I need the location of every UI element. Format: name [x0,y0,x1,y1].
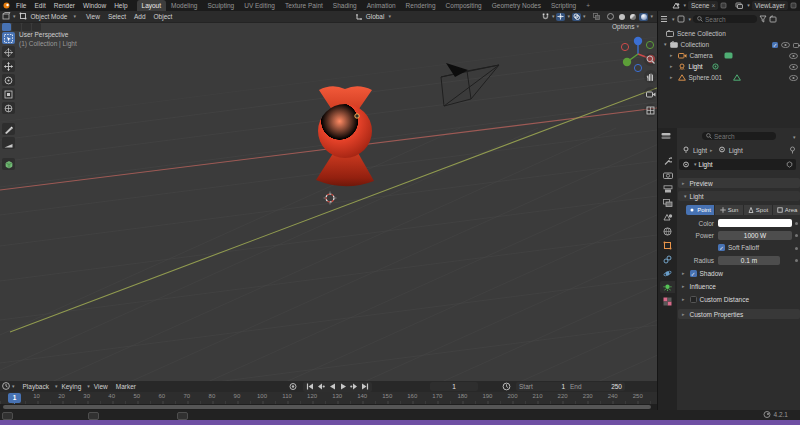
editor-divider[interactable] [657,11,658,410]
overlays-chevron-icon[interactable]: ▾ [583,14,586,19]
fake-user-icon[interactable] [786,161,793,169]
light-name-value[interactable]: Light [699,161,713,168]
play-button[interactable] [338,383,348,391]
light-id-selector[interactable]: ▾ Light [679,159,796,170]
tab-layout[interactable]: Layout [137,0,167,11]
mode-chevron-icon[interactable]: ▾ [73,14,76,19]
pan-hand-icon[interactable] [644,70,657,83]
properties-search-input[interactable]: Search [702,132,776,140]
menu-select[interactable]: Select [104,13,130,20]
jump-to-start-button[interactable] [305,383,315,391]
camera-data-icon[interactable] [724,52,733,59]
viewlayer-selector[interactable]: ViewLayer [752,1,788,10]
xray-toggle-icon[interactable] [592,13,601,21]
menu-file[interactable]: File [12,0,30,11]
prev-keyframe-button[interactable] [316,383,326,391]
zoom-icon[interactable] [644,53,657,66]
gizmo-y-axis[interactable] [623,58,631,66]
tab-render[interactable] [660,169,675,181]
tool-transform-icon[interactable] [2,102,15,114]
custom-distance-checkbox[interactable] [690,296,697,303]
transform-orientation-icon[interactable] [356,12,364,21]
menu-view-timeline[interactable]: View [90,383,112,390]
eye-icon[interactable] [789,75,798,81]
light-type-area-button[interactable]: Area [773,205,800,215]
tab-physics[interactable] [660,267,675,279]
outliner-row-camera[interactable]: ▸ Camera [658,50,800,61]
tab-animation[interactable]: Animation [362,0,401,11]
power-animate-dot[interactable] [795,234,798,237]
power-field[interactable]: 1000 W [718,231,792,240]
timeline-editor-type-icon[interactable] [2,382,10,391]
light-type-point-button[interactable]: Point [686,205,715,215]
select-mode-intersect-icon[interactable] [32,23,41,31]
menu-playback[interactable]: Playback [19,383,53,390]
color-swatch[interactable] [718,219,792,227]
editor-type-chevron-icon[interactable]: ▾ [13,14,16,19]
menu-help[interactable]: Help [110,0,131,11]
viewport-3d-canvas[interactable] [0,22,657,381]
menu-view[interactable]: View [82,13,104,20]
gizmo-x-neg-axis[interactable] [621,43,628,50]
preview-range-toggle-icon[interactable] [502,382,511,391]
select-mode-extend-icon[interactable] [12,23,21,31]
pin-id-icon[interactable] [789,146,796,155]
tab-geometry-nodes[interactable]: Geometry Nodes [487,0,546,11]
scene-selector[interactable]: Scene × [688,1,718,10]
properties-editor-type-icon[interactable] [661,132,671,141]
menu-edit[interactable]: Edit [30,0,49,11]
properties-options-chevron-icon[interactable]: ▾ [793,135,796,140]
display-mode-chevron-icon[interactable]: ▾ [689,17,692,22]
gizmos-chevron-icon[interactable]: ▾ [567,14,570,19]
new-scene-icon[interactable] [720,2,727,10]
playhead[interactable]: 1 [8,393,21,403]
filter-funnel-icon[interactable] [759,15,767,24]
tab-compositing[interactable]: Compositing [441,0,487,11]
outliner-editor-chevron-icon[interactable]: ▾ [672,17,675,22]
panel-custom-properties[interactable]: ▸ Custom Properties [678,309,800,319]
current-frame-field[interactable]: 1 [430,382,478,391]
tab-texture[interactable] [660,295,675,307]
tab-output[interactable] [660,183,675,195]
outliner-display-mode-icon[interactable] [677,15,685,24]
blender-logo-icon[interactable] [2,2,11,10]
viewlayer-icon[interactable] [735,2,743,10]
sphere-object[interactable] [316,86,374,186]
tab-view-layer[interactable] [660,197,675,209]
menu-window[interactable]: Window [79,0,110,11]
light-type-spot-button[interactable]: Spot [744,205,773,215]
play-reverse-button[interactable] [327,383,337,391]
tool-scale-icon[interactable] [2,88,15,100]
orthographic-toggle-icon[interactable] [644,104,657,117]
add-workspace-button[interactable]: + [581,0,595,11]
soft-falloff-checkbox[interactable]: ✓ [718,244,725,251]
light-type-sun-button[interactable]: Sun [715,205,744,215]
light-object[interactable] [355,114,359,118]
light-expand-icon[interactable]: ▸ [670,64,673,69]
outliner-row-scene-collection[interactable]: Scene Collection [658,28,800,39]
sphere-expand-icon[interactable]: ▸ [670,75,673,80]
menu-object[interactable]: Object [150,13,177,20]
gizmo-z-neg-axis[interactable] [634,64,641,71]
eye-icon[interactable] [789,64,798,70]
outliner-row-light[interactable]: ▸ Light [658,61,800,72]
autokey-button[interactable] [288,382,298,391]
tab-object[interactable] [660,239,675,251]
panel-custom-distance[interactable]: ▸ Custom Distance [682,296,749,303]
jump-to-end-button[interactable] [360,383,370,391]
tab-shading[interactable]: Shading [328,0,362,11]
shading-chevron-icon[interactable]: ▾ [650,14,653,19]
select-mode-set-icon[interactable] [2,23,11,31]
tab-object-data-light[interactable] [660,281,675,293]
id-browse-chevron-icon[interactable]: ▾ [694,162,697,167]
panel-shadow[interactable]: ▸ ✓ Shadow [682,270,723,277]
tab-rendering[interactable]: Rendering [401,0,441,11]
tool-add-cube-icon[interactable] [2,158,15,170]
light-data-icon[interactable] [712,63,719,70]
outliner-row-sphere[interactable]: ▸ Sphere.001 [658,72,800,83]
timeline-editor-chevron-icon[interactable]: ▾ [12,384,15,389]
timeline-scrollbar-thumb[interactable] [3,405,651,409]
camera-view-icon[interactable] [644,87,657,100]
options-dropdown[interactable]: Options ▾ [612,23,639,30]
menu-marker[interactable]: Marker [112,383,140,390]
